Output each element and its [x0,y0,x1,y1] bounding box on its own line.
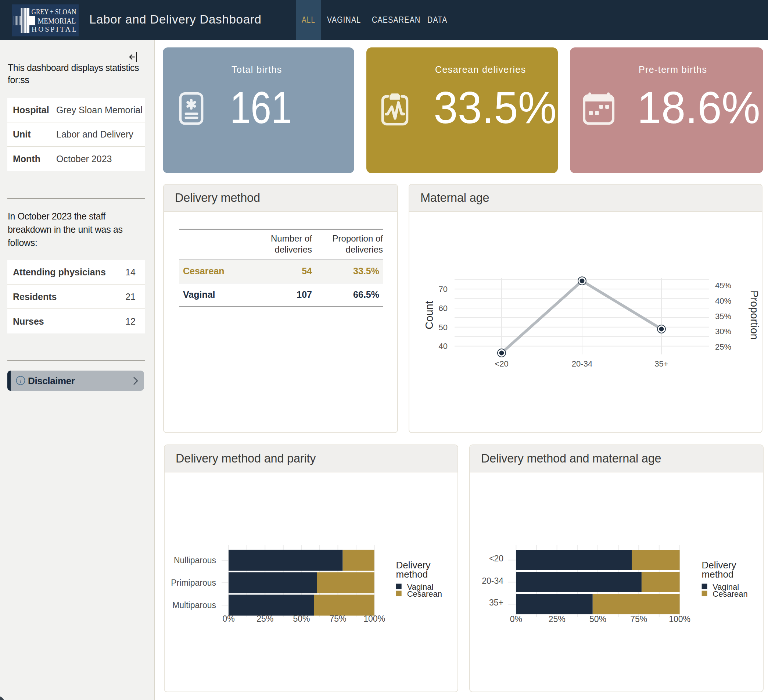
svg-text:0%: 0% [510,614,522,624]
svg-text:method: method [702,569,734,580]
svg-text:i: i [20,377,22,384]
svg-text:GREY + SLOAN: GREY + SLOAN [32,7,77,16]
svg-text:25%: 25% [715,342,731,351]
svg-text:35%: 35% [715,312,731,321]
svg-text:<20: <20 [494,359,508,368]
svg-text:75%: 75% [630,614,647,624]
svg-text:50: 50 [439,323,448,332]
svg-text:<20: <20 [489,554,503,563]
svg-text:20-34: 20-34 [572,359,592,368]
svg-text:Nulliparous: Nulliparous [174,556,216,565]
svg-text:20-34: 20-34 [482,576,503,586]
svg-text:25%: 25% [549,614,566,624]
svg-text:60: 60 [439,304,448,313]
svg-text:Proportion: Proportion [749,290,760,340]
svg-text:Count: Count [423,301,435,329]
svg-text:100%: 100% [363,614,385,623]
svg-text:45%: 45% [715,281,731,290]
svg-text:100%: 100% [669,614,690,624]
svg-text:50%: 50% [293,614,310,623]
svg-text:40%: 40% [715,296,731,306]
svg-text:70: 70 [439,285,448,294]
svg-text:35+: 35+ [489,598,503,607]
svg-text:75%: 75% [329,614,346,623]
svg-text:25%: 25% [256,614,274,623]
svg-text:Cesarean: Cesarean [712,589,747,599]
svg-text:50%: 50% [589,614,606,624]
svg-text:Cesarean: Cesarean [407,589,442,599]
svg-text:Multiparous: Multiparous [172,601,216,610]
svg-text:method: method [396,569,428,580]
svg-text:Primiparous: Primiparous [171,578,216,588]
svg-text:MEMORIAL: MEMORIAL [37,16,76,26]
svg-text:35+: 35+ [654,359,668,368]
svg-text:0%: 0% [222,614,234,623]
svg-text:40: 40 [439,341,448,351]
svg-text:30%: 30% [715,327,731,336]
svg-text:HOSPITAL: HOSPITAL [32,26,77,33]
